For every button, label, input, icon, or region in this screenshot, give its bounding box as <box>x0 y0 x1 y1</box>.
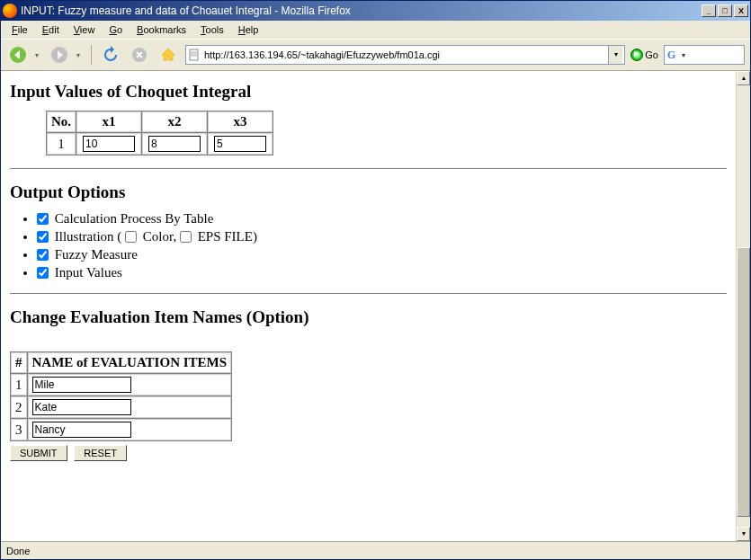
output-options-heading: Output Options <box>10 182 727 202</box>
search-box[interactable]: G ▾ <box>664 45 745 65</box>
illustration-checkbox[interactable] <box>37 231 49 243</box>
output-options-list: Calculation Process By Table Illustratio… <box>37 211 727 280</box>
statusbar: Done <box>1 541 750 559</box>
table-row: 2 <box>11 396 231 418</box>
minimize-button[interactable]: _ <box>702 4 716 17</box>
reset-button[interactable]: RESET <box>74 445 127 461</box>
hash-col: # <box>11 352 27 373</box>
scroll-thumb[interactable] <box>737 247 750 517</box>
back-dropdown-icon[interactable]: ▾ <box>35 51 42 59</box>
inputvals-checkbox[interactable] <box>37 267 49 279</box>
divider <box>10 168 727 170</box>
home-button[interactable] <box>156 43 180 67</box>
forward-button[interactable] <box>48 43 71 67</box>
eval-name-input-3[interactable] <box>32 422 131 438</box>
name-col: NAME of EVALUATION ITEMS <box>28 352 232 373</box>
x1-input[interactable] <box>83 136 135 152</box>
titlebar[interactable]: INPUT: Fuzzy measure and data of Choauet… <box>1 1 750 21</box>
table-row: 3 <box>11 419 231 440</box>
x3-input[interactable] <box>214 136 266 152</box>
menu-go[interactable]: Go <box>103 22 128 37</box>
fuzzy-checkbox[interactable] <box>37 249 49 261</box>
svg-rect-3 <box>190 49 198 60</box>
eval-items-table: # NAME of EVALUATION ITEMS 1 2 3 <box>10 351 232 441</box>
scroll-up-button[interactable]: ▴ <box>737 71 750 85</box>
divider <box>10 293 727 295</box>
row-no: 1 <box>47 133 76 155</box>
inputvals-label: Input Values <box>55 265 122 280</box>
col-x3: x3 <box>208 111 273 132</box>
vertical-scrollbar[interactable]: ▴ ▾ <box>736 71 750 541</box>
url-dropdown-icon[interactable]: ▾ <box>608 46 622 64</box>
submit-button[interactable]: SUBMIT <box>10 445 67 461</box>
scroll-down-button[interactable]: ▾ <box>737 527 750 541</box>
firefox-icon <box>3 4 17 18</box>
menubar: File Edit View Go Bookmarks Tools Help <box>1 21 750 39</box>
row-no: 3 <box>11 419 27 440</box>
close-button[interactable]: X <box>734 4 748 17</box>
search-dropdown-icon[interactable]: ▾ <box>682 51 685 59</box>
separator <box>91 45 92 65</box>
forward-dropdown-icon[interactable]: ▾ <box>76 51 84 59</box>
menu-tools[interactable]: Tools <box>195 22 229 37</box>
illustration-label-pre: Illustration ( <box>55 229 122 244</box>
calc-label: Calculation Process By Table <box>55 211 214 226</box>
color-label: Color, <box>143 229 176 244</box>
menu-edit[interactable]: Edit <box>37 22 65 37</box>
col-x1: x1 <box>76 111 141 132</box>
col-no: No. <box>47 111 76 132</box>
status-text: Done <box>6 546 30 556</box>
scroll-track[interactable] <box>737 85 750 527</box>
table-row: 1 <box>47 133 273 155</box>
fuzzy-label: Fuzzy Measure <box>55 247 138 262</box>
svg-text:G: G <box>667 49 675 61</box>
input-values-table: No. x1 x2 x3 1 <box>46 111 273 156</box>
row-no: 2 <box>11 396 27 418</box>
url-bar[interactable]: ▾ <box>185 45 625 65</box>
eval-names-heading: Change Evaluation Item Names (Option) <box>10 307 727 327</box>
url-input[interactable] <box>202 47 608 63</box>
stop-button[interactable] <box>128 43 151 67</box>
input-values-heading: Input Values of Choquet Integral <box>10 82 727 102</box>
go-label: Go <box>645 49 658 60</box>
calc-checkbox[interactable] <box>37 213 49 225</box>
go-icon <box>630 49 643 61</box>
navigation-toolbar: ▾ ▾ ▾ Go G ▾ <box>1 39 750 71</box>
reload-button[interactable] <box>99 43 122 67</box>
window-title: INPUT: Fuzzy measure and data of Choauet… <box>21 4 702 17</box>
back-button[interactable] <box>6 43 30 67</box>
menu-help[interactable]: Help <box>233 22 264 37</box>
page-content: Input Values of Choquet Integral No. x1 … <box>1 71 736 541</box>
col-x2: x2 <box>142 111 207 132</box>
eval-name-input-2[interactable] <box>32 399 131 415</box>
maximize-button[interactable]: □ <box>718 4 732 17</box>
firefox-window: INPUT: Fuzzy measure and data of Choauet… <box>0 0 751 560</box>
go-button[interactable]: Go <box>630 49 658 61</box>
eps-checkbox[interactable] <box>180 231 192 243</box>
row-no: 1 <box>11 374 27 396</box>
x2-input[interactable] <box>148 136 201 152</box>
google-icon: G <box>667 49 680 61</box>
eval-name-input-1[interactable] <box>32 377 131 393</box>
page-icon <box>188 49 201 61</box>
table-row: 1 <box>11 374 231 396</box>
eps-label: EPS FILE) <box>198 229 257 244</box>
menu-bookmarks[interactable]: Bookmarks <box>131 22 192 37</box>
menu-file[interactable]: File <box>6 22 33 37</box>
menu-view[interactable]: View <box>68 22 101 37</box>
color-checkbox[interactable] <box>125 231 137 243</box>
